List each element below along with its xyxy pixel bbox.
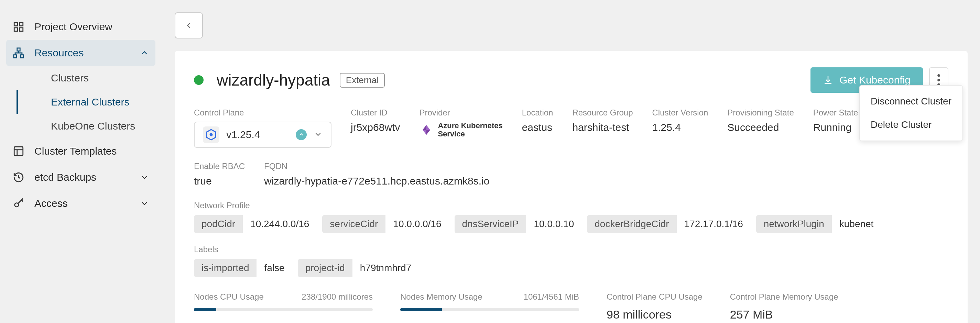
sidebar-item-external-clusters[interactable]: External Clusters	[16, 90, 156, 114]
grid-icon	[13, 21, 25, 33]
usage-nodes-memory: Nodes Memory Usage 1061/4561 MiB	[400, 292, 579, 321]
info-enable-rbac: Enable RBAC true	[194, 162, 245, 187]
usage-value: 98 millicores	[606, 308, 703, 321]
info-provisioning-state: Provisioning State Succeeded	[727, 108, 794, 148]
info-label: Provider	[419, 108, 503, 117]
info-location: Location eastus	[522, 108, 553, 148]
svg-point-18	[210, 133, 213, 136]
svg-rect-3	[20, 28, 23, 31]
disconnect-cluster-item[interactable]: Disconnect Cluster	[860, 90, 963, 113]
back-button[interactable]	[175, 13, 203, 38]
svg-rect-1	[20, 22, 23, 26]
info-value: Succeeded	[727, 122, 794, 133]
usage-label: Control Plane CPU Usage	[606, 292, 703, 302]
sidebar-item-etcd-backups[interactable]: etcd Backups	[6, 164, 156, 190]
usage-cp-cpu: Control Plane CPU Usage 98 millicores	[606, 292, 703, 321]
cluster-card: wizardly-hypatia External Get Kubeconfig…	[175, 51, 967, 323]
info-label: Power State	[813, 108, 858, 117]
info-value: harshita-test	[572, 122, 633, 133]
upgrade-badge-icon	[296, 129, 307, 140]
sidebar-item-cluster-templates[interactable]: Cluster Templates	[6, 138, 156, 164]
info-label: Control Plane	[194, 108, 331, 117]
chip-value: 172.17.0.1/16	[677, 215, 751, 233]
usage-value: 238/1900 millicores	[302, 292, 373, 302]
chip-value: false	[256, 259, 292, 277]
section-network-profile: Network Profile	[194, 201, 948, 210]
info-label: Location	[522, 108, 553, 117]
history-icon	[13, 171, 25, 184]
svg-rect-6	[21, 55, 24, 58]
chevron-up-icon	[140, 48, 149, 58]
chip-key: serviceCidr	[322, 215, 385, 233]
info-label: Resource Group	[572, 108, 633, 117]
usage-value: 257 MiB	[730, 308, 838, 321]
svg-line-12	[22, 200, 23, 201]
chip-pair: podCidr10.244.0.0/16	[194, 215, 317, 233]
usage-value: 1061/4561 MiB	[524, 292, 579, 302]
chip-key: dnsServiceIP	[455, 215, 527, 233]
info-fqdn: FQDN wizardly-hypatia-e772e511.hcp.eastu…	[264, 162, 489, 187]
status-dot	[194, 75, 204, 85]
sidebar-label: Resources	[34, 47, 84, 59]
chip-pair: is-importedfalse	[194, 259, 292, 277]
button-label: Get Kubeconfig	[839, 74, 910, 86]
chip-key: project-id	[298, 259, 352, 277]
svg-rect-4	[17, 48, 20, 51]
sidebar-item-kubeone-clusters[interactable]: KubeOne Clusters	[16, 114, 156, 138]
usage-fill	[194, 308, 216, 311]
sidebar-label: etcd Backups	[34, 171, 96, 183]
info-value: eastus	[522, 122, 553, 133]
info-value: 1.25.4	[652, 122, 708, 133]
sidebar-item-project-overview[interactable]: Project Overview	[6, 14, 156, 40]
chip-key: dockerBridgeCidr	[587, 215, 676, 233]
network-profile-chips: podCidr10.244.0.0/16serviceCidr10.0.0.0/…	[194, 215, 948, 233]
usage-bar	[400, 308, 579, 311]
external-tag: External	[340, 73, 385, 88]
sidebar-label: Cluster Templates	[34, 145, 117, 157]
svg-point-14	[937, 74, 940, 77]
chip-value: h79tnmhrd7	[352, 259, 419, 277]
info-label: Enable RBAC	[194, 162, 245, 171]
info-resource-group: Resource Group harshita-test	[572, 108, 633, 148]
labels-chips: is-importedfalseproject-idh79tnmhrd7	[194, 259, 948, 277]
info-value: Azure KubernetesService	[438, 122, 503, 138]
tree-icon	[13, 47, 25, 59]
sidebar-item-access[interactable]: Access	[6, 190, 156, 217]
chip-pair: dockerBridgeCidr172.17.0.1/16	[587, 215, 751, 233]
svg-marker-21	[423, 130, 426, 135]
info-label: Cluster ID	[351, 108, 400, 117]
svg-marker-22	[426, 130, 430, 135]
chevron-down-icon	[140, 173, 149, 182]
svg-rect-5	[14, 55, 17, 58]
chip-pair: networkPluginkubenet	[756, 215, 881, 233]
key-icon	[13, 197, 25, 210]
chip-pair: dnsServiceIP10.0.0.10	[455, 215, 582, 233]
chip-value: kubenet	[832, 215, 881, 233]
template-icon	[13, 145, 25, 157]
cluster-title: wizardly-hypatia	[216, 71, 330, 89]
control-plane-selector[interactable]: v1.25.4	[194, 122, 331, 148]
section-labels: Labels	[194, 245, 948, 254]
usage-cp-memory: Control Plane Memory Usage 257 MiB	[730, 292, 838, 321]
chip-value: 10.0.0.0/16	[385, 215, 449, 233]
sidebar-label: Project Overview	[34, 21, 113, 33]
chip-value: 10.0.0.10	[526, 215, 581, 233]
usage-label: Control Plane Memory Usage	[730, 292, 838, 302]
sidebar-item-clusters[interactable]: Clusters	[16, 66, 156, 90]
info-value: wizardly-hypatia-e772e511.hcp.eastus.azm…	[264, 175, 489, 187]
usage-bar	[194, 308, 373, 311]
sidebar-item-resources[interactable]: Resources	[6, 40, 156, 66]
usage-fill	[400, 308, 442, 311]
svg-rect-2	[14, 28, 18, 31]
info-label: Cluster Version	[652, 108, 708, 117]
info-power-state: Power State Running	[813, 108, 858, 148]
info-value: Running	[813, 122, 858, 133]
usage-label: Nodes CPU Usage	[194, 292, 264, 302]
info-label: FQDN	[264, 162, 489, 171]
chip-key: is-imported	[194, 259, 256, 277]
svg-point-15	[937, 79, 940, 81]
svg-rect-7	[14, 147, 23, 156]
delete-cluster-item[interactable]: Delete Cluster	[860, 113, 963, 136]
usage-label: Nodes Memory Usage	[400, 292, 482, 302]
info-value: v1.25.4	[226, 129, 260, 141]
